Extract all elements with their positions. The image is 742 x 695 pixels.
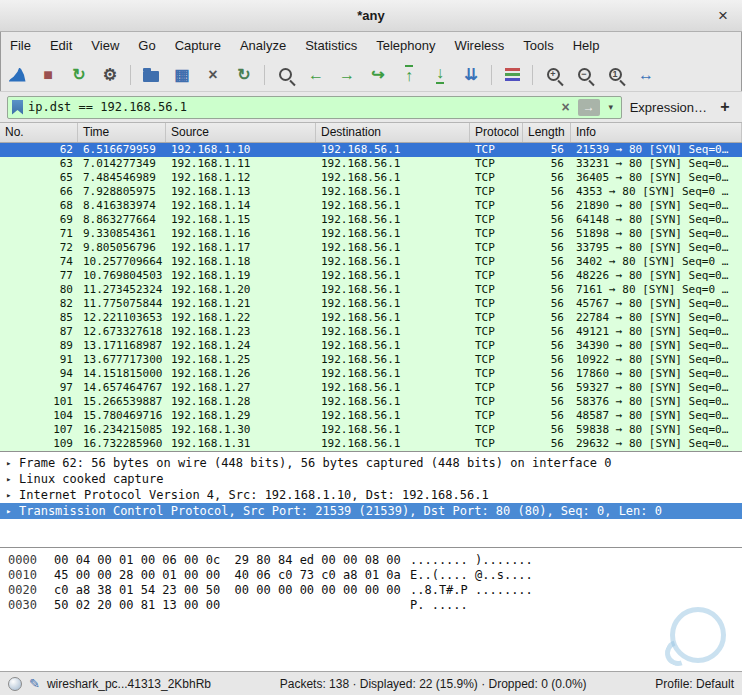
column-header-info[interactable]: Info: [571, 123, 742, 142]
filter-add-button[interactable]: +: [715, 98, 735, 116]
find-packet-button[interactable]: [274, 63, 296, 87]
menu-analyze[interactable]: Analyze: [240, 38, 286, 53]
capture-file-name[interactable]: wireshark_pc...41313_2KbhRb: [47, 677, 211, 691]
filter-bookmark-icon[interactable]: [12, 100, 23, 115]
packet-cell: 192.168.56.1: [316, 325, 470, 339]
packet-cell: 33795 → 80 [SYN] Seq=0…: [571, 241, 742, 255]
restart-capture-button[interactable]: ↻: [68, 63, 90, 87]
hex-line[interactable]: 003050 02 20 00 81 13 00 00P. .....: [8, 598, 742, 613]
display-filter-input[interactable]: [28, 100, 554, 114]
packet-cell: 7.484546989: [78, 171, 166, 185]
zoom-out-button[interactable]: −: [573, 63, 595, 87]
column-header-time[interactable]: Time: [78, 123, 166, 142]
last-packet-button[interactable]: ↓: [429, 63, 451, 87]
menu-edit[interactable]: Edit: [50, 38, 72, 53]
autoscroll-button[interactable]: ⇊: [460, 63, 482, 87]
profile-label[interactable]: Profile: Default: [655, 677, 734, 691]
reload-file-button[interactable]: ↻: [233, 63, 255, 87]
goto-packet-button[interactable]: ↪: [367, 63, 389, 87]
menu-telephony[interactable]: Telephony: [376, 38, 435, 53]
menu-file[interactable]: File: [10, 38, 31, 53]
packet-row[interactable]: 8913.171168987192.168.1.24192.168.56.1TC…: [0, 339, 742, 353]
detail-line[interactable]: ▸Frame 62: 56 bytes on wire (448 bits), …: [0, 455, 742, 471]
filter-dropdown-icon[interactable]: ▾: [605, 102, 617, 112]
packet-row[interactable]: 729.805056796192.168.1.17192.168.56.1TCP…: [0, 241, 742, 255]
packet-row[interactable]: 667.928805975192.168.1.13192.168.56.1TCP…: [0, 185, 742, 199]
menu-view[interactable]: View: [91, 38, 119, 53]
packet-row[interactable]: 8011.273452324192.168.1.20192.168.56.1TC…: [0, 283, 742, 297]
menu-statistics[interactable]: Statistics: [305, 38, 357, 53]
open-file-button[interactable]: [140, 63, 162, 87]
menu-help[interactable]: Help: [573, 38, 600, 53]
packet-row[interactable]: 10916.732285960192.168.1.31192.168.56.1T…: [0, 437, 742, 451]
packet-cell: TCP: [470, 367, 523, 381]
window-close-button[interactable]: ×: [718, 0, 728, 32]
expert-info-icon[interactable]: [8, 677, 22, 691]
packet-row[interactable]: 9113.677717300192.168.1.25192.168.56.1TC…: [0, 353, 742, 367]
save-file-button[interactable]: ▦: [171, 63, 193, 87]
resize-columns-icon: ↔: [638, 67, 654, 83]
expand-arrow-icon[interactable]: ▸: [6, 487, 19, 503]
packet-row[interactable]: 657.484546989192.168.1.12192.168.56.1TCP…: [0, 171, 742, 185]
packet-row[interactable]: 10115.266539887192.168.1.28192.168.56.1T…: [0, 395, 742, 409]
packet-details-pane[interactable]: ▸Frame 62: 56 bytes on wire (448 bits), …: [0, 451, 742, 547]
close-file-button[interactable]: ×: [202, 63, 224, 87]
colorize-button[interactable]: [501, 63, 523, 87]
detail-line[interactable]: ▸Linux cooked capture: [0, 471, 742, 487]
packet-row[interactable]: 8712.673327618192.168.1.23192.168.56.1TC…: [0, 325, 742, 339]
hex-dump-pane[interactable]: 000000 04 00 01 00 06 00 0c 29 80 84 ed …: [0, 547, 742, 671]
packet-row[interactable]: 10415.780469716192.168.1.29192.168.56.1T…: [0, 409, 742, 423]
prev-packet-button[interactable]: ←: [305, 63, 327, 87]
packet-list[interactable]: 626.516679959192.168.1.10192.168.56.1TCP…: [0, 143, 742, 451]
hex-line[interactable]: 0020c0 a8 38 01 54 23 00 50 00 00 00 00 …: [8, 583, 742, 598]
capture-options-button[interactable]: ⚙: [99, 63, 121, 87]
column-header-length[interactable]: Length: [523, 123, 571, 142]
start-capture-button[interactable]: [6, 63, 28, 87]
first-packet-button[interactable]: ↑: [398, 63, 420, 87]
hex-line[interactable]: 001045 00 00 28 00 01 00 00 40 06 c0 73 …: [8, 568, 742, 583]
menu-bar: FileEditViewGoCaptureAnalyzeStatisticsTe…: [0, 32, 742, 58]
detail-line[interactable]: ▸Transmission Control Protocol, Src Port…: [0, 503, 742, 519]
packet-row[interactable]: 7710.769804503192.168.1.19192.168.56.1TC…: [0, 269, 742, 283]
stop-capture-button[interactable]: ■: [37, 63, 59, 87]
packet-row[interactable]: 9714.657464767192.168.1.27192.168.56.1TC…: [0, 381, 742, 395]
next-packet-button[interactable]: →: [336, 63, 358, 87]
column-header-source[interactable]: Source: [166, 123, 316, 142]
display-filter-field[interactable]: × → ▾: [7, 96, 622, 119]
zoom-in-button[interactable]: +: [542, 63, 564, 87]
packet-row[interactable]: 626.516679959192.168.1.10192.168.56.1TCP…: [0, 143, 742, 157]
title-bar[interactable]: *any ×: [0, 0, 742, 32]
autoscroll-icon: ⇊: [464, 67, 477, 83]
capture-comment-icon[interactable]: ✎: [29, 676, 40, 691]
detail-line[interactable]: ▸Internet Protocol Version 4, Src: 192.1…: [0, 487, 742, 503]
filter-apply-icon[interactable]: →: [578, 99, 600, 116]
expression-button[interactable]: Expression…: [630, 100, 707, 115]
menu-capture[interactable]: Capture: [175, 38, 221, 53]
zoom-original-button[interactable]: 1: [604, 63, 626, 87]
packet-row[interactable]: 9414.151815000192.168.1.26192.168.56.1TC…: [0, 367, 742, 381]
menu-wireless[interactable]: Wireless: [454, 38, 504, 53]
expand-arrow-icon[interactable]: ▸: [6, 503, 19, 519]
column-header-protocol[interactable]: Protocol: [470, 123, 523, 142]
column-header-no[interactable]: No.: [0, 123, 78, 142]
expand-arrow-icon[interactable]: ▸: [6, 455, 19, 471]
packet-row[interactable]: 698.863277664192.168.1.15192.168.56.1TCP…: [0, 213, 742, 227]
packet-row[interactable]: 8211.775075844192.168.1.21192.168.56.1TC…: [0, 297, 742, 311]
resize-columns-button[interactable]: ↔: [635, 63, 657, 87]
packet-cell: 91: [0, 353, 78, 367]
packet-cell: 192.168.1.23: [166, 325, 316, 339]
packet-row[interactable]: 7410.257709664192.168.1.18192.168.56.1TC…: [0, 255, 742, 269]
expand-arrow-icon[interactable]: ▸: [6, 471, 19, 487]
column-header-destination[interactable]: Destination: [316, 123, 470, 142]
packet-row[interactable]: 637.014277349192.168.1.11192.168.56.1TCP…: [0, 157, 742, 171]
packet-cell: 192.168.56.1: [316, 367, 470, 381]
packet-cell: 74: [0, 255, 78, 269]
menu-go[interactable]: Go: [138, 38, 155, 53]
filter-clear-icon[interactable]: ×: [559, 99, 573, 115]
menu-tools[interactable]: Tools: [523, 38, 553, 53]
packet-row[interactable]: 8512.221103653192.168.1.22192.168.56.1TC…: [0, 311, 742, 325]
packet-row[interactable]: 688.416383974192.168.1.14192.168.56.1TCP…: [0, 199, 742, 213]
packet-row[interactable]: 10716.234215085192.168.1.30192.168.56.1T…: [0, 423, 742, 437]
packet-row[interactable]: 719.330854361192.168.1.16192.168.56.1TCP…: [0, 227, 742, 241]
hex-line[interactable]: 000000 04 00 01 00 06 00 0c 29 80 84 ed …: [8, 553, 742, 568]
